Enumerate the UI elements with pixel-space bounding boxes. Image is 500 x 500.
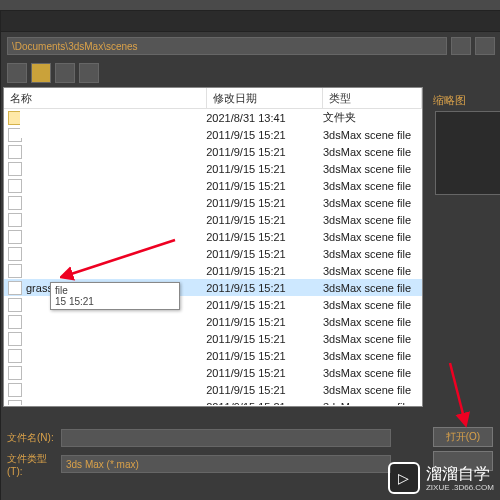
history-button[interactable] [55, 63, 75, 83]
filename-input[interactable] [61, 429, 391, 447]
file-type: 3dsMax scene file [323, 146, 422, 158]
toolbar [1, 60, 500, 86]
file-date: 2011/9/15 15:21 [206, 231, 323, 243]
open-button[interactable]: 打开(O) [433, 427, 493, 447]
file-icon [8, 298, 22, 312]
file-date: 2011/9/15 15:21 [206, 333, 323, 345]
file-icon [8, 349, 22, 363]
nav-back-button[interactable] [7, 63, 27, 83]
file-type: 文件夹 [323, 110, 422, 125]
thumbnail-label: 缩略图 [433, 93, 466, 108]
path-go-button[interactable] [475, 37, 495, 55]
filename-label: 文件名(N): [7, 431, 55, 445]
file-icon [8, 400, 22, 406]
path-bar [1, 32, 500, 60]
file-tooltip: file 15 15:21 [50, 282, 180, 310]
file-date: 2011/9/15 15:21 [206, 265, 323, 277]
file-type: 3dsMax scene file [323, 350, 422, 362]
file-type: 3dsMax scene file [323, 316, 422, 328]
watermark-url: ZIXUE .3D66.COM [426, 483, 494, 492]
annotation-arrow [440, 358, 480, 428]
file-type: 3dsMax scene file [323, 231, 422, 243]
file-date: 2011/9/15 15:21 [206, 197, 323, 209]
file-type: 3dsMax scene file [323, 180, 422, 192]
file-date: 2011/9/15 15:21 [206, 146, 323, 158]
file-type: 3dsMax scene file [323, 282, 422, 294]
file-icon [8, 247, 22, 261]
file-type: 3dsMax scene file [323, 401, 422, 406]
file-type: 3dsMax scene file [323, 129, 422, 141]
column-header-date[interactable]: 修改日期 [207, 88, 323, 108]
watermark: ▷ 溜溜自学 ZIXUE .3D66.COM [388, 462, 494, 494]
file-date: 2011/9/15 15:21 [206, 282, 323, 294]
file-icon [8, 264, 22, 278]
file-type: 3dsMax scene file [323, 333, 422, 345]
file-type: 3dsMax scene file [323, 163, 422, 175]
filetype-label: 文件类型(T): [7, 452, 55, 477]
file-date: 2011/9/15 15:21 [206, 180, 323, 192]
file-icon [8, 196, 22, 210]
filetype-select[interactable] [61, 455, 391, 473]
file-type: 3dsMax scene file [323, 214, 422, 226]
file-icon [8, 145, 22, 159]
annotation-arrow [60, 235, 180, 285]
file-date: 2021/8/31 13:41 [206, 112, 323, 124]
file-icon [8, 230, 22, 244]
file-icon [8, 315, 22, 329]
file-icon [8, 213, 22, 227]
file-date: 2011/9/15 15:21 [206, 401, 323, 406]
column-header-type[interactable]: 类型 [323, 88, 422, 108]
file-icon [8, 366, 22, 380]
file-date: 2011/9/15 15:21 [206, 299, 323, 311]
view-options-button[interactable] [79, 63, 99, 83]
path-input[interactable] [7, 37, 447, 55]
file-date: 2011/9/15 15:21 [206, 129, 323, 141]
file-icon [8, 162, 22, 176]
thumbnail-box [435, 111, 500, 195]
file-icon [8, 332, 22, 346]
file-icon [8, 179, 22, 193]
play-icon: ▷ [388, 462, 420, 494]
path-dropdown-button[interactable] [451, 37, 471, 55]
file-type: 3dsMax scene file [323, 197, 422, 209]
title-bar [1, 11, 500, 32]
file-type: 3dsMax scene file [323, 248, 422, 260]
tooltip-line: file [55, 285, 175, 296]
watermark-brand: 溜溜自学 [426, 464, 494, 485]
redaction-overlay [26, 296, 130, 406]
column-header-name[interactable]: 名称 [4, 88, 207, 108]
file-date: 2011/9/15 15:21 [206, 163, 323, 175]
file-date: 2011/9/15 15:21 [206, 384, 323, 396]
file-type: 3dsMax scene file [323, 299, 422, 311]
file-list-header: 名称 修改日期 类型 [4, 88, 422, 109]
file-date: 2011/9/15 15:21 [206, 350, 323, 362]
redaction-overlay [20, 110, 130, 138]
file-icon [8, 383, 22, 397]
file-date: 2011/9/15 15:21 [206, 367, 323, 379]
file-date: 2011/9/15 15:21 [206, 316, 323, 328]
svg-line-0 [68, 240, 175, 275]
file-type: 3dsMax scene file [323, 265, 422, 277]
file-date: 2011/9/15 15:21 [206, 248, 323, 260]
tooltip-line: 15 15:21 [55, 296, 175, 307]
folder-up-icon[interactable] [31, 63, 51, 83]
svg-line-1 [450, 363, 464, 418]
file-date: 2011/9/15 15:21 [206, 214, 323, 226]
file-icon [8, 281, 22, 295]
file-type: 3dsMax scene file [323, 384, 422, 396]
file-type: 3dsMax scene file [323, 367, 422, 379]
